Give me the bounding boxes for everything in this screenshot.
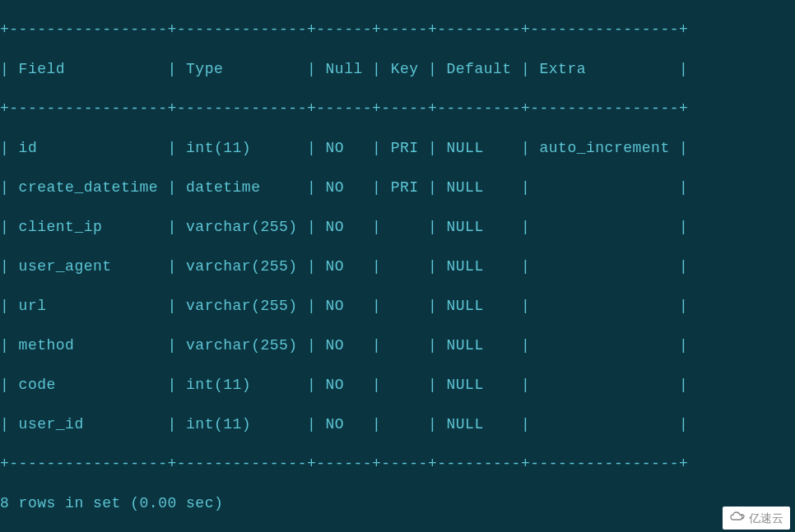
terminal-output: +-----------------+--------------+------…: [0, 0, 795, 532]
watermark-text: 亿速云: [749, 508, 783, 528]
query-result-footer: 8 rows in set (0.00 sec): [0, 493, 795, 513]
cloud-icon: [729, 508, 746, 528]
watermark: 亿速云: [723, 507, 790, 530]
table-row: | code | int(11) | NO | | NULL | |: [0, 375, 795, 395]
table-row: | user_agent | varchar(255) | NO | | NUL…: [0, 257, 795, 276]
table-header: | Field | Type | Null | Key | Default | …: [0, 59, 795, 79]
table-separator: +-----------------+--------------+------…: [0, 99, 795, 118]
table-row: | user_id | int(11) | NO | | NULL | |: [0, 414, 795, 434]
table-row: | method | varchar(255) | NO | | NULL | …: [0, 335, 795, 355]
table-separator: +-----------------+--------------+------…: [0, 20, 795, 39]
table-row: | id | int(11) | NO | PRI | NULL | auto_…: [0, 138, 795, 158]
table-separator: +-----------------+--------------+------…: [0, 454, 795, 474]
table-row: | url | varchar(255) | NO | | NULL | |: [0, 296, 795, 316]
table-row: | create_datetime | datetime | NO | PRI …: [0, 178, 795, 197]
table-row: | client_ip | varchar(255) | NO | | NULL…: [0, 217, 795, 237]
